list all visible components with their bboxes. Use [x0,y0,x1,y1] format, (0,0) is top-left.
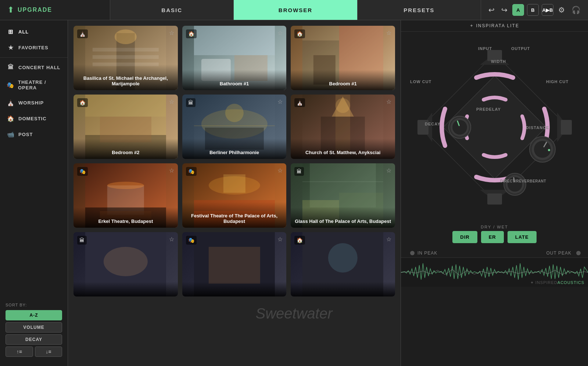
sidebar-item-theatre-opera[interactable]: 🎭 THEATRE / OPERA [0,75,68,95]
card-type-icon: 🏛 [294,167,304,176]
svg-text:OUTPUT: OUTPUT [511,46,530,51]
sidebar-item-all[interactable]: ⊞ ALL [0,24,68,40]
svg-point-62 [452,120,467,135]
card-favorite-icon[interactable]: ☆ [386,236,391,243]
svg-text:DISTANCE: DISTANCE [526,125,549,130]
svg-rect-2 [93,48,159,51]
inspired-acoustics-logo: ✦ INSPIREDACOUSTICS [530,280,584,285]
card-type-icon: 🎭 [186,236,197,245]
sidebar-item-domestic[interactable]: 🏠 DOMESTIC [0,111,68,127]
card-bedroom1[interactable]: 🏠 ☆ Bedroom #1 [291,26,395,90]
card-favorite-icon[interactable]: ☆ [169,167,174,174]
sidebar-item-favorites[interactable]: ★ FAVORITES [0,40,68,56]
nav-tabs: BASIC BROWSER PRESETS [110,0,481,20]
card-title: Church of St. Matthew, Anyksciai [291,139,395,159]
upgrade-label: UPGRADE [18,7,52,13]
undo-icon[interactable]: ↩ [487,6,496,14]
svg-text:HIGH CUT: HIGH CUT [546,79,569,84]
card-favorite-icon[interactable]: ☆ [386,98,391,105]
svg-rect-46 [208,247,260,284]
card-favorite-icon[interactable]: ☆ [277,98,283,105]
card-festival[interactable]: 🎭 ☆ Festival Theatre of The Palace of Ar… [182,163,287,228]
out-peak-dot [576,251,581,255]
card-12[interactable]: 🏠 ☆ [291,232,395,296]
out-peak-section: OUT PEAK [546,250,581,256]
btn-a[interactable]: A [512,4,524,16]
browser-area[interactable]: ⛪ ☆ Basilica of St. Michael the Archange… [68,20,401,366]
svg-text:INPUT: INPUT [478,46,492,51]
svg-text:DIRECT/REVERBERANT: DIRECT/REVERBERANT [500,179,546,183]
dir-button[interactable]: DIR [452,231,477,243]
btn-b[interactable]: B [527,4,539,16]
sort-asc-button[interactable]: ↑≡ [6,347,33,357]
svg-rect-7 [194,26,275,55]
sidebar-item-concert-hall[interactable]: 🏛 CONCERT HALL [0,60,68,75]
star-icon: ★ [7,44,15,51]
card-type-icon: 🎭 [77,167,88,176]
card-favorite-icon[interactable]: ☆ [277,167,283,174]
settings-icon[interactable]: ⚙ [556,6,567,14]
card-title: Bathroom #1 [182,70,287,90]
browser-grid: ⛪ ☆ Basilica of St. Michael the Archange… [74,26,395,296]
tab-browser[interactable]: BROWSER [234,0,357,20]
sort-az-button[interactable]: A-Z [6,310,62,320]
sidebar-item-label: ALL [18,29,29,35]
card-type-icon: ⛪ [77,29,88,38]
reverb-svg[interactable]: LOW CUT HIGH CUT INPUT OUTPUT WIDTH DECA… [405,39,585,216]
sidebar-item-worship[interactable]: ⛪ WORSHIP [0,95,68,111]
sort-volume-button[interactable]: VOLUME [6,322,62,333]
card-title: Bedroom #2 [74,139,178,159]
inspirata-logo: INSPIRATA LITE [476,23,519,28]
worship-icon: ⛪ [7,99,15,106]
card-basilica[interactable]: ⛪ ☆ Basilica of St. Michael the Archange… [74,26,178,90]
watermark: Sweetwater [256,305,333,322]
sidebar-item-label: DOMESTIC [18,116,47,121]
card-type-icon: 🎭 [186,167,197,176]
headphones-icon[interactable]: 🎧 [570,6,582,14]
svg-rect-55 [561,120,572,135]
grid-icon: ⊞ [7,28,15,35]
btn-ab[interactable]: A▶B [542,4,553,16]
svg-point-31 [107,182,144,189]
sidebar-item-post[interactable]: 📹 POST [0,127,68,142]
card-type-icon: 🏠 [186,29,197,38]
card-favorite-icon[interactable]: ☆ [169,29,174,36]
card-bedroom2[interactable]: 🏠 ☆ Bedroom #2 [74,95,178,159]
card-favorite-icon[interactable]: ☆ [386,167,391,174]
main-layout: ⊞ ALL ★ FAVORITES 🏛 CONCERT HALL 🎭 THEAT… [0,20,588,366]
card-type-icon: 🏠 [77,98,88,107]
card-favorite-icon[interactable]: ☆ [277,29,283,36]
card-favorite-icon[interactable]: ☆ [169,98,174,105]
tab-basic[interactable]: BASIC [110,0,234,20]
sidebar-item-label: FAVORITES [18,45,49,50]
dry-wet-label: DRY / WET [401,223,588,231]
upgrade-icon: ⬆ [7,5,14,15]
sort-desc-button[interactable]: ↓≡ [35,347,62,357]
sort-decay-button[interactable]: DECAY [6,334,62,345]
card-bathroom[interactable]: 🏠 ☆ Bathroom #1 [182,26,287,90]
card-berliner[interactable]: 🏛 ☆ Berliner Philharmonie [182,95,287,159]
sidebar-item-label: WORSHIP [18,100,44,106]
card-favorite-icon[interactable]: ☆ [386,29,391,36]
card-11[interactable]: 🎭 ☆ [182,232,287,296]
card-church-matthew[interactable]: ⛪ ☆ Church of St. Matthew, Anyksciai [291,95,395,159]
redo-icon[interactable]: ↪ [499,6,509,14]
card-glass-hall[interactable]: 🏛 ☆ Glass Hall of The Palace of Arts, Bu… [291,163,395,228]
card-type-icon: 🏠 [294,236,305,245]
svg-point-68 [548,149,550,151]
domestic-icon: 🏠 [7,115,15,122]
tab-presets[interactable]: PRESETS [358,0,481,20]
card-10[interactable]: 🏛 ☆ [74,232,178,296]
card-favorite-icon[interactable]: ☆ [277,236,283,243]
card-type-icon: 🏠 [294,29,305,38]
upgrade-section[interactable]: ⬆ UPGRADE [0,0,110,20]
sort-by-label: SORT BY: [6,303,62,307]
svg-rect-15 [85,95,166,117]
in-peak-section: IN PEAK [408,250,437,256]
svg-point-44 [104,247,148,276]
er-button[interactable]: ER [481,231,504,243]
card-favorite-icon[interactable]: ☆ [169,236,174,243]
card-erkel[interactable]: 🎭 ☆ Erkel Theatre, Budapest [74,163,178,228]
card-type-icon: ⛪ [294,98,305,107]
late-button[interactable]: LATE [508,231,537,243]
